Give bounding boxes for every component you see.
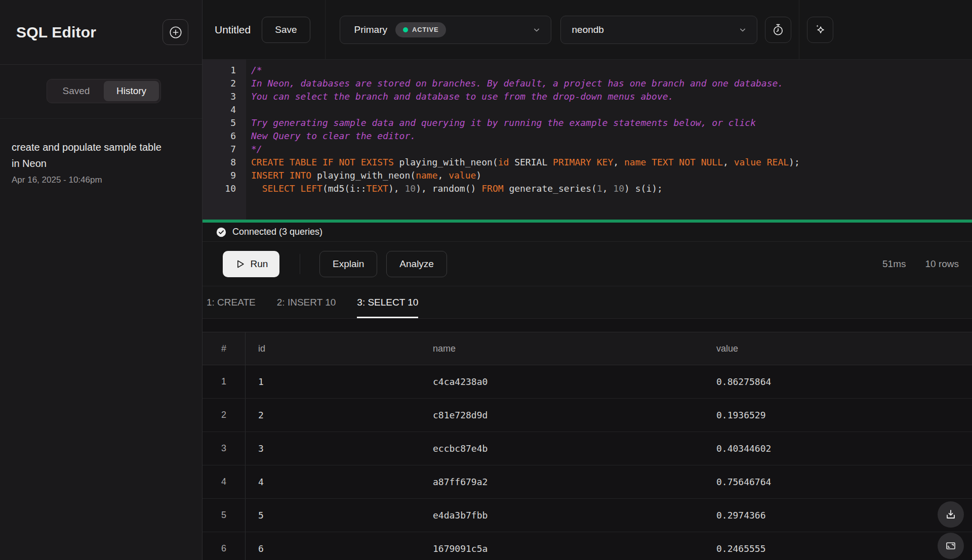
line-number: 9 xyxy=(202,169,236,182)
stopwatch-icon xyxy=(772,23,785,36)
actions-divider xyxy=(300,254,300,274)
plus-circle-icon xyxy=(169,25,183,39)
toolbar-divider xyxy=(799,0,799,59)
result-tab-insert[interactable]: 2: INSERT 10 xyxy=(277,286,336,318)
save-button[interactable]: Save xyxy=(262,17,310,43)
code-line: In Neon, databases are stored on branche… xyxy=(251,77,972,90)
query-duration: 51ms xyxy=(882,259,906,270)
name-cell: c81e728d9d xyxy=(420,410,704,420)
result-tab-select[interactable]: 3: SELECT 10 xyxy=(357,286,418,318)
branch-select[interactable]: Primary ACTIVE xyxy=(340,16,551,44)
value-cell: 0.2465555 xyxy=(704,543,972,554)
branch-name: Primary xyxy=(354,24,387,35)
table-row[interactable]: 6 6 1679091c5a 0.2465555 xyxy=(202,532,972,560)
code-line: CREATE TABLE IF NOT EXISTS playing_with_… xyxy=(251,156,972,169)
line-number: 5 xyxy=(202,116,236,130)
name-cell: 1679091c5a xyxy=(420,543,704,554)
history-item-date: Apr 16, 2025 - 10:46pm xyxy=(12,175,182,185)
app-title: SQL Editor xyxy=(16,24,96,41)
database-select[interactable]: neondb xyxy=(560,16,757,44)
results-panel: # id name value 1 1 c4ca4238a0 0.8627586… xyxy=(202,319,972,560)
code-line: INSERT INTO playing_with_neon(name, valu… xyxy=(251,169,972,182)
editor-toolbar: Untitled Save Primary ACTIVE neondb xyxy=(202,0,972,60)
table-row[interactable]: 4 4 a87ff679a2 0.75646764 xyxy=(202,465,972,499)
line-number: 8 xyxy=(202,156,236,169)
row-number-cell: 4 xyxy=(202,465,246,498)
column-header-index: # xyxy=(202,332,246,365)
row-number-cell: 5 xyxy=(202,499,246,532)
tab-saved[interactable]: Saved xyxy=(49,81,104,101)
connection-status-row: Connected (3 queries) xyxy=(202,223,972,242)
line-number: 1 xyxy=(202,64,236,77)
code-editor[interactable]: 12345678910 /*In Neon, databases are sto… xyxy=(202,60,972,220)
row-number-cell: 2 xyxy=(202,399,246,432)
result-row-count: 10 rows xyxy=(925,259,959,270)
id-cell: 2 xyxy=(246,410,420,420)
new-query-button[interactable] xyxy=(163,19,188,45)
result-tab-create[interactable]: 1: CREATE xyxy=(207,286,256,318)
name-cell: e4da3b7fbb xyxy=(420,510,704,521)
analyze-button[interactable]: Analyze xyxy=(386,251,447,277)
code-line xyxy=(251,103,972,116)
history-item[interactable]: create and populate sample table in Neon… xyxy=(12,139,182,185)
column-header-value: value xyxy=(704,343,972,354)
line-number: 4 xyxy=(202,103,236,116)
value-cell: 0.75646764 xyxy=(704,477,972,487)
saved-history-toggle: Saved History xyxy=(47,79,161,103)
query-history-button[interactable] xyxy=(765,17,791,43)
run-label: Run xyxy=(251,259,268,270)
explain-button[interactable]: Explain xyxy=(319,251,377,277)
sidebar-header: SQL Editor xyxy=(0,0,202,65)
results-body: 1 1 c4ca4238a0 0.86275864 2 2 c81e728d9d… xyxy=(202,365,972,560)
value-cell: 0.40344602 xyxy=(704,443,972,454)
row-number-cell: 3 xyxy=(202,432,246,465)
tab-history[interactable]: History xyxy=(104,81,159,101)
table-row[interactable]: 2 2 c81e728d9d 0.1936529 xyxy=(202,399,972,432)
code-line: /* xyxy=(251,64,972,77)
active-dot-icon xyxy=(403,27,408,32)
check-circle-icon xyxy=(216,227,227,238)
history-item-title: create and populate sample table in Neon xyxy=(12,139,165,171)
id-cell: 6 xyxy=(246,543,420,554)
download-results-button[interactable] xyxy=(938,501,964,528)
name-cell: a87ff679a2 xyxy=(420,477,704,487)
expand-icon xyxy=(945,540,957,552)
id-cell: 3 xyxy=(246,443,420,454)
editor-code[interactable]: /*In Neon, databases are stored on branc… xyxy=(246,60,972,220)
row-number-cell: 1 xyxy=(202,365,246,398)
result-tabs: 1: CREATE 2: INSERT 10 3: SELECT 10 xyxy=(202,286,972,319)
id-cell: 5 xyxy=(246,510,420,521)
line-number: 10 xyxy=(202,182,236,195)
expand-results-button[interactable] xyxy=(938,533,964,559)
value-cell: 0.2974366 xyxy=(704,510,972,521)
main-panel: Untitled Save Primary ACTIVE neondb xyxy=(202,0,972,560)
code-line: Try generating sample data and querying … xyxy=(251,116,972,130)
code-line: You can select the branch and database t… xyxy=(251,90,972,103)
sidebar: SQL Editor Saved History create and popu… xyxy=(0,0,202,560)
value-cell: 0.86275864 xyxy=(704,376,972,387)
toolbar-divider xyxy=(325,0,326,59)
branch-status-badge: ACTIVE xyxy=(395,22,446,37)
table-row[interactable]: 3 3 eccbc87e4b 0.40344602 xyxy=(202,432,972,465)
code-line: New Query to clear the editor. xyxy=(251,130,972,143)
line-number: 6 xyxy=(202,130,236,143)
run-button[interactable]: Run xyxy=(223,251,279,277)
editor-gutter: 12345678910 xyxy=(202,60,246,220)
chevron-down-icon xyxy=(738,25,748,35)
connection-status-label: Connected (3 queries) xyxy=(232,227,322,237)
id-cell: 1 xyxy=(246,376,420,387)
line-number: 2 xyxy=(202,77,236,90)
name-cell: c4ca4238a0 xyxy=(420,376,704,387)
table-row[interactable]: 1 1 c4ca4238a0 0.86275864 xyxy=(202,365,972,399)
ai-assist-button[interactable] xyxy=(807,17,833,43)
table-row[interactable]: 5 5 e4da3b7fbb 0.2974366 xyxy=(202,499,972,532)
column-header-id: id xyxy=(246,343,420,354)
code-line: SELECT LEFT(md5(i::TEXT), 10), random() … xyxy=(251,182,972,195)
branch-status-label: ACTIVE xyxy=(412,26,438,33)
column-header-name: name xyxy=(420,343,704,354)
sidebar-tabs-section: Saved History xyxy=(0,65,202,119)
results-floating-actions xyxy=(938,501,964,559)
database-name: neondb xyxy=(572,24,604,35)
value-cell: 0.1936529 xyxy=(704,410,972,420)
history-list: create and populate sample table in Neon… xyxy=(0,119,202,185)
